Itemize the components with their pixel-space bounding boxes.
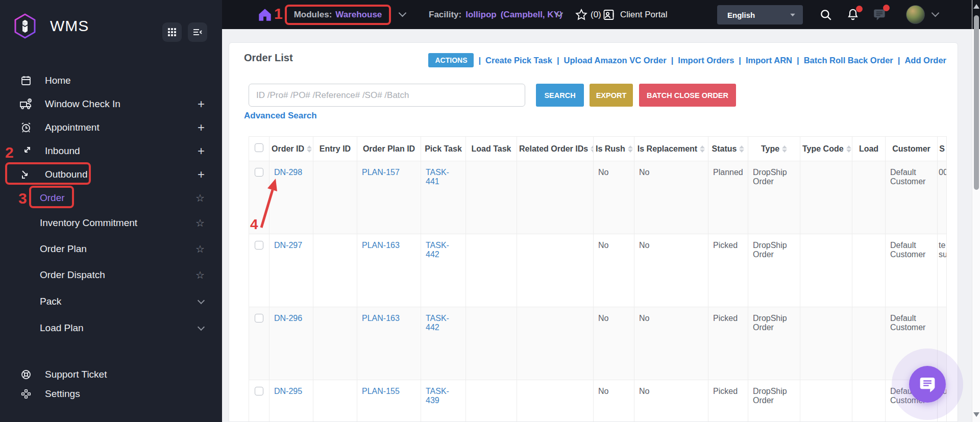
col-customer[interactable]: Customer — [886, 137, 938, 161]
chevron-down-icon — [198, 324, 205, 331]
col-order-plan-id[interactable]: Order Plan ID — [357, 137, 421, 161]
sidebar-item-appointment[interactable]: Appointment + — [0, 116, 222, 139]
sidebar-item-label: Appointment — [45, 122, 100, 133]
sort-icon[interactable] — [846, 145, 851, 153]
sort-icon[interactable] — [591, 145, 593, 153]
annotation-box-order — [29, 186, 74, 208]
sort-icon[interactable] — [700, 145, 705, 153]
sidebar-item-load-plan[interactable]: Load Plan — [0, 317, 222, 339]
collapse-sidebar-button[interactable] — [188, 22, 207, 42]
order-id-link[interactable]: DN-295 — [274, 387, 302, 395]
table-row: DN-298 PLAN-157 TASK-441 No No Planned D… — [249, 161, 947, 234]
import-arn-link[interactable]: Import ARN — [746, 56, 792, 65]
scroll-up-arrow[interactable] — [973, 4, 979, 9]
sidebar-item-inventory-commitment[interactable]: Inventory Commitment ☆ — [0, 212, 222, 234]
expand-plus-icon[interactable]: + — [198, 145, 205, 157]
user-menu[interactable] — [906, 0, 925, 29]
order-plan-link[interactable]: PLAN-157 — [362, 168, 400, 177]
pick-task-link[interactable]: TASK-442 — [426, 241, 449, 259]
order-table: Order ID Entry ID Order Plan ID Pick Tas… — [249, 136, 947, 422]
sidebar-item-home[interactable]: Home — [0, 69, 222, 92]
language-select[interactable]: English — [717, 5, 803, 24]
favorite-star-icon[interactable]: ☆ — [195, 218, 205, 228]
user-menu-chevron[interactable] — [933, 0, 938, 29]
sidebar-item-window-check-in[interactable]: Window Check In + — [0, 93, 222, 115]
notifications-button[interactable] — [846, 0, 860, 29]
col-pick-task[interactable]: Pick Task — [421, 137, 466, 161]
col-type[interactable]: Type — [748, 137, 800, 161]
order-id-link[interactable]: DN-297 — [274, 241, 302, 250]
upload-amazon-vc-order-link[interactable]: Upload Amazon VC Order — [564, 56, 667, 65]
row-checkbox[interactable] — [255, 168, 263, 177]
select-all-checkbox[interactable] — [255, 143, 263, 152]
export-button[interactable]: EXPORT — [590, 84, 633, 107]
col-status[interactable]: Status — [708, 137, 748, 161]
add-order-link[interactable]: Add Order — [904, 56, 946, 65]
create-pick-task-link[interactable]: Create Pick Task — [485, 56, 552, 65]
modules-selector[interactable]: Modules: Warehouse — [285, 5, 391, 25]
col-type-code[interactable]: Type Code — [800, 137, 852, 161]
modules-dropdown-chevron[interactable] — [400, 0, 405, 29]
favorites-button[interactable]: (0) — [575, 0, 601, 29]
order-plan-link[interactable]: PLAN-155 — [362, 387, 400, 395]
pick-task-link[interactable]: TASK-441 — [426, 168, 449, 186]
scroll-down-arrow[interactable] — [973, 412, 979, 417]
col-load-task[interactable]: Load Task — [466, 137, 517, 161]
order-plan-link[interactable]: PLAN-163 — [362, 241, 400, 250]
col-clipped[interactable]: S — [938, 137, 947, 161]
home-button[interactable] — [258, 0, 272, 29]
sidebar-item-label: Settings — [45, 388, 80, 400]
messages-button[interactable] — [873, 0, 887, 29]
pick-task-link[interactable]: TASK-439 — [426, 387, 449, 405]
sidebar-item-pack[interactable]: Pack — [0, 290, 222, 313]
col-order-id[interactable]: Order ID — [270, 137, 313, 161]
sort-icon[interactable] — [782, 145, 787, 153]
scrollbar-thumb[interactable] — [974, 15, 979, 190]
search-button[interactable]: SEARCH — [536, 84, 584, 107]
apps-grid-button[interactable] — [162, 22, 182, 42]
row-checkbox[interactable] — [255, 241, 263, 250]
expand-plus-icon[interactable]: + — [198, 121, 205, 134]
favorite-star-icon[interactable]: ☆ — [195, 244, 205, 254]
avatar[interactable] — [906, 5, 925, 24]
expand-plus-icon[interactable]: + — [198, 98, 205, 110]
order-plan-link[interactable]: PLAN-163 — [362, 314, 400, 322]
sort-icon[interactable] — [628, 145, 633, 153]
table-row: DN-295 PLAN-155 TASK-439 No No Picked Dr… — [249, 380, 947, 422]
type-cell: DropShip Order — [748, 234, 800, 307]
order-id-link[interactable]: DN-298 — [274, 168, 302, 177]
col-related-order-ids[interactable]: Related Order IDs — [517, 137, 594, 161]
col-is-rush[interactable]: Is Rush — [594, 137, 634, 161]
chat-icon — [919, 376, 936, 392]
search-button-topbar[interactable] — [819, 0, 832, 29]
chat-widget-button[interactable] — [909, 366, 946, 403]
sort-icon[interactable] — [739, 145, 744, 153]
import-orders-link[interactable]: Import Orders — [678, 56, 734, 65]
pick-task-link[interactable]: TASK-442 — [426, 314, 449, 332]
col-entry-id[interactable]: Entry ID — [313, 137, 357, 161]
favorite-star-icon[interactable]: ☆ — [195, 193, 205, 203]
order-id-link[interactable]: DN-296 — [274, 314, 302, 322]
advanced-search-link[interactable]: Advanced Search — [244, 111, 317, 121]
sidebar-item-inbound[interactable]: Inbound + — [0, 140, 222, 162]
actions-button[interactable]: ACTIONS — [428, 53, 474, 67]
expand-plus-icon[interactable]: + — [198, 168, 205, 181]
batch-roll-back-order-link[interactable]: Batch Roll Back Order — [804, 56, 893, 65]
sidebar-item-order-plan[interactable]: Order Plan ☆ — [0, 238, 222, 260]
facility-selector[interactable]: Facility: lollipop (Campbell, KY) — [429, 0, 562, 29]
row-checkbox[interactable] — [255, 314, 263, 322]
col-is-replacement[interactable]: Is Replacement — [634, 137, 708, 161]
facility-dropdown-chevron[interactable] — [556, 0, 562, 29]
row-checkbox[interactable] — [255, 387, 263, 395]
message-badge — [883, 5, 890, 11]
batch-close-order-button[interactable]: BATCH CLOSE ORDER — [639, 84, 736, 107]
scrollbar[interactable] — [972, 0, 980, 422]
col-load[interactable]: Load — [852, 137, 886, 161]
sidebar-item-settings[interactable]: Settings — [0, 383, 222, 405]
annotation-step-3: 3 — [18, 191, 27, 206]
sidebar-item-order-dispatch[interactable]: Order Dispatch ☆ — [0, 264, 222, 286]
favorite-star-icon[interactable]: ☆ — [195, 270, 205, 280]
search-input[interactable] — [249, 84, 525, 107]
client-portal-button[interactable]: Client Portal — [603, 0, 668, 29]
sort-icon[interactable] — [307, 145, 312, 153]
